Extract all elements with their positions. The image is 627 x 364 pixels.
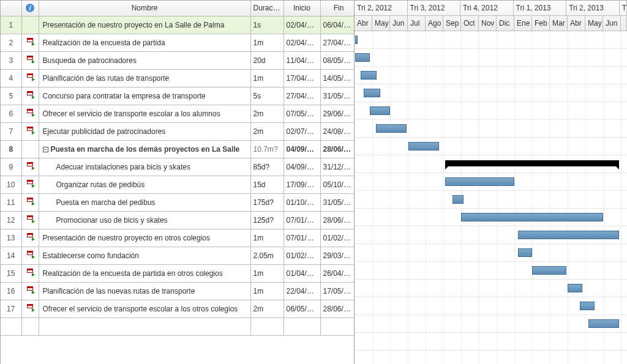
col-header-info[interactable]: i (21, 1, 39, 16)
table-row[interactable]: 10Organizar rutas de pedibús15d17/09/201… (1, 176, 355, 193)
end-cell[interactable]: 05/10/2012 (320, 176, 355, 193)
gantt-row[interactable] (355, 102, 627, 120)
gantt-row[interactable] (355, 297, 627, 315)
task-name-cell[interactable]: Planificación de las nuevas rutas de tra… (39, 282, 250, 300)
task-name-cell[interactable]: Ejecutar publicidad de patrocinadores (39, 122, 250, 140)
task-name-cell[interactable]: Realización de la encuesta de partida en… (39, 264, 250, 282)
end-cell[interactable]: 28/06/2013 (320, 140, 355, 158)
task-bar[interactable] (361, 71, 377, 80)
end-cell[interactable]: 17/05/2013 (320, 282, 355, 300)
gantt-row[interactable] (355, 191, 627, 209)
duration-cell[interactable]: 2m (250, 300, 283, 318)
task-name-cell[interactable]: Puesta en marcha del pedibus (39, 193, 250, 211)
start-cell[interactable]: 02/04/2012 (283, 16, 320, 34)
task-name-cell[interactable]: Promocionar uso de bicis y skates (39, 211, 250, 229)
task-name-cell[interactable]: Ofrecer el servicio de transporte escola… (39, 300, 250, 318)
gantt-row[interactable] (355, 244, 627, 262)
start-cell[interactable]: 07/01/2013 (283, 229, 320, 247)
end-cell[interactable]: 14/05/2012 (320, 69, 355, 87)
row-number[interactable]: 1 (1, 16, 21, 34)
start-cell[interactable]: 04/09/2012 (283, 140, 320, 158)
table-row[interactable]: 12Promocionar uso de bicis y skates125d?… (1, 211, 355, 229)
start-cell[interactable]: 17/09/2012 (283, 176, 320, 193)
gantt-row[interactable] (355, 173, 627, 191)
gantt-body[interactable] (355, 31, 627, 364)
col-header-name[interactable]: Nombre (39, 1, 250, 16)
row-number[interactable]: 17 (1, 300, 21, 318)
task-name-cell[interactable]: Presentación de nuestro proyecto en La S… (39, 16, 250, 34)
task-bar[interactable] (588, 319, 619, 328)
gantt-row[interactable] (355, 280, 627, 297)
start-cell[interactable]: 11/04/2012 (283, 51, 320, 69)
end-cell[interactable]: 29/06/2012 (320, 105, 355, 122)
end-cell[interactable]: 06/04/2012 (320, 16, 355, 34)
task-name-cell[interactable]: Planificación de las rutas de transporte (39, 69, 250, 87)
duration-cell[interactable]: 175d? (250, 193, 283, 211)
row-number[interactable]: 9 (1, 158, 21, 176)
end-cell[interactable]: 31/05/2013 (320, 193, 355, 211)
table-row[interactable]: 6Ofrecer el servicio de transporte escol… (1, 105, 355, 122)
table-row[interactable]: 8−Puesta en marcha de los demás proyecto… (1, 140, 355, 158)
duration-cell[interactable]: 125d? (250, 211, 283, 229)
duration-cell[interactable]: 2m (250, 122, 283, 140)
start-cell[interactable]: 04/09/2012 (283, 158, 320, 176)
task-bar[interactable] (355, 35, 358, 44)
duration-cell[interactable]: 1m (250, 264, 283, 282)
col-header-duration[interactable]: Duración (250, 1, 283, 16)
table-row[interactable]: 2Realización de la encuesta de partida1m… (1, 34, 355, 51)
end-cell[interactable]: 08/05/2012 (320, 51, 355, 69)
task-name-cell[interactable]: Establecerse como fundación (39, 247, 250, 264)
task-name-cell[interactable]: Adecuar instalaciones para bicis y skate… (39, 158, 250, 176)
end-cell[interactable]: 28/06/2013 (320, 300, 355, 318)
duration-cell[interactable]: 1m (250, 34, 283, 51)
duration-cell[interactable]: 1s (250, 16, 283, 34)
task-name-cell[interactable]: Organizar rutas de pedibús (39, 176, 250, 193)
task-bar[interactable] (580, 302, 595, 310)
task-bar[interactable] (445, 177, 514, 186)
table-row[interactable]: 16Planificación de las nuevas rutas de t… (1, 282, 355, 300)
duration-cell[interactable]: 1m (250, 282, 283, 300)
summary-bar[interactable] (445, 160, 619, 166)
row-number[interactable]: 6 (1, 105, 21, 122)
start-cell[interactable]: 22/04/2013 (283, 282, 320, 300)
table-row[interactable] (1, 318, 355, 335)
table-row[interactable]: 5Concurso para contratar la empresa de t… (1, 87, 355, 105)
end-cell[interactable]: 31/12/2012 (320, 158, 355, 176)
end-cell[interactable]: 29/03/2013 (320, 247, 355, 264)
row-number[interactable]: 10 (1, 176, 21, 193)
gantt-row[interactable] (355, 84, 627, 102)
start-cell[interactable]: 17/04/2012 (283, 69, 320, 87)
table-row[interactable]: 11Puesta en marcha del pedibus175d?01/10… (1, 193, 355, 211)
gantt-row[interactable] (355, 31, 627, 49)
end-cell[interactable]: 31/05/2012 (320, 87, 355, 105)
end-cell[interactable]: 24/08/2012 (320, 122, 355, 140)
gantt-row[interactable] (355, 138, 627, 155)
gantt-row[interactable] (355, 333, 627, 351)
end-cell[interactable]: 28/06/2013 (320, 211, 355, 229)
task-name-cell[interactable]: Busqueda de patrocinadores (39, 51, 250, 69)
row-number[interactable]: 4 (1, 69, 21, 87)
start-cell[interactable]: 02/04/2012 (283, 34, 320, 51)
duration-cell[interactable]: 2m (250, 105, 283, 122)
table-row[interactable]: 14Establecerse como fundación2.05m01/02/… (1, 247, 355, 264)
start-cell[interactable]: 27/04/2012 (283, 87, 320, 105)
row-number[interactable]: 15 (1, 264, 21, 282)
table-row[interactable]: 1Presentación de nuestro proyecto en La … (1, 16, 355, 34)
task-bar[interactable] (518, 248, 532, 257)
end-cell[interactable]: 01/02/2013 (320, 229, 355, 247)
task-name-cell[interactable]: −Puesta en marcha de los demás proyectos… (39, 140, 250, 158)
start-cell[interactable]: 01/10/2012 (283, 193, 320, 211)
row-number[interactable]: 14 (1, 247, 21, 264)
duration-cell[interactable]: 2.05m (250, 247, 283, 264)
duration-cell[interactable]: 20d (250, 51, 283, 69)
gantt-row[interactable] (355, 67, 627, 84)
task-name-cell[interactable]: Concurso para contratar la empresa de tr… (39, 87, 250, 105)
gantt-row[interactable] (355, 315, 627, 333)
gantt-pane[interactable]: Tri 2, 2012Tri 3, 2012Tri 4, 2012Tri 1, … (355, 1, 627, 364)
gantt-row[interactable] (355, 49, 627, 67)
task-bar[interactable] (452, 195, 463, 204)
row-number[interactable]: 2 (1, 34, 21, 51)
task-bar[interactable] (408, 142, 439, 150)
row-number[interactable]: 5 (1, 87, 21, 105)
start-cell[interactable]: 06/05/2013 (283, 300, 320, 318)
